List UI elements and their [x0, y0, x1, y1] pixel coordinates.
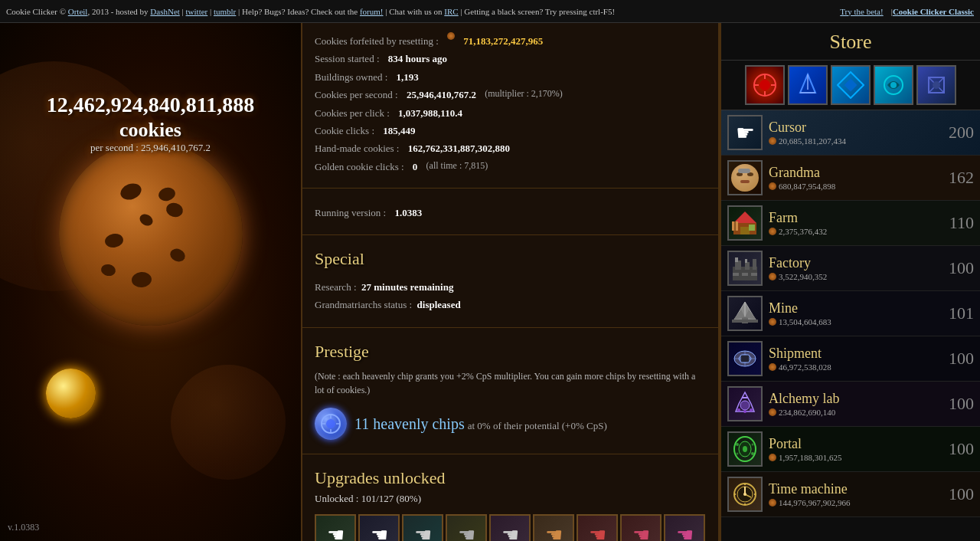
store-item-factory[interactable]: Factory 3,522,940,352 100 — [721, 246, 980, 291]
farm-cost: 2,375,376,432 — [769, 227, 943, 236]
clicks-label: Cookie clicks : — [315, 122, 374, 139]
store-icon-btn-4[interactable] — [874, 65, 913, 105]
timemachine-cost: 144,976,967,902,966 — [769, 498, 943, 507]
store-item-farm[interactable]: Farm 2,375,376,432 110 — [721, 201, 980, 246]
cursor-info: Cursor 20,685,181,207,434 — [769, 120, 943, 146]
store-item-cursor[interactable]: ☛ Cursor 20,685,181,207,434 200 — [721, 110, 980, 156]
per-second-label: per second : — [90, 142, 139, 153]
heavenly-icon — [315, 408, 347, 440]
upgrade-item[interactable]: ☚ — [446, 514, 487, 541]
grandmatriarchs-row: Grandmatriarchs status : displeased — [315, 296, 706, 313]
alchemy-name: Alchemy lab — [769, 391, 943, 408]
multiplier-value: 2,170% — [531, 88, 560, 99]
upgrade-item[interactable]: ☚ — [577, 514, 618, 541]
cost-cookie-icon — [769, 454, 776, 461]
classic-link[interactable]: Cookie Clicker Classic — [893, 7, 974, 16]
upgrade-item[interactable]: ☚ — [315, 514, 356, 541]
farm-icon — [730, 208, 760, 238]
unlocked-count: Unlocked : 101/127 (80%) — [302, 491, 718, 511]
svg-point-57 — [743, 446, 747, 452]
divider — [302, 188, 718, 189]
upgrade-item[interactable]: ☚ — [664, 514, 705, 541]
portal-store-icon — [727, 431, 763, 467]
store-icon-btn-3[interactable] — [831, 65, 871, 105]
cps-value: 25,946,410,767.2 — [407, 86, 476, 103]
twitter-link[interactable]: twitter — [186, 7, 208, 16]
svg-rect-28 — [749, 225, 755, 231]
factory-count: 100 — [943, 258, 974, 278]
svg-rect-40 — [732, 320, 758, 323]
store-item-shipment[interactable]: Shipment 46,972,538,028 100 — [721, 336, 980, 382]
cookies-label: cookies — [0, 118, 301, 142]
research-label: Research : — [315, 281, 357, 293]
cost-cookie-icon — [769, 318, 776, 326]
upgrade-item[interactable]: ☚ — [489, 514, 531, 541]
cookie-number: 12,462,924,840,811,888 — [0, 92, 301, 118]
prestige-note: (Note : each heavenly chip grants you +2… — [302, 366, 718, 403]
version-section: Running version : 1.0383 — [302, 195, 718, 228]
store-icons-row — [721, 61, 980, 110]
middle-panel[interactable]: Cookies forfeited by resetting : 71,183,… — [301, 23, 720, 541]
store-item-portal[interactable]: Portal 1,957,188,301,625 100 — [721, 427, 980, 472]
big-cookie[interactable] — [59, 142, 243, 326]
shipment-icon — [730, 343, 760, 374]
stats-section: Cookies forfeited by resetting : 71,183,… — [302, 23, 718, 182]
timemachine-info: Time machine 144,976,967,902,966 — [769, 481, 943, 507]
portal-icon — [730, 434, 760, 464]
heavenly-chips-row: 11 heavenly chips at 0% of their potenti… — [302, 403, 718, 448]
grandmatriarchs-label: Grandmatriarchs status : — [315, 299, 412, 310]
alchemy-info: Alchemy lab 234,862,690,140 — [769, 391, 943, 417]
mine-info: Mine 13,504,604,683 — [769, 300, 943, 326]
upgrade-item[interactable]: ☚ — [402, 514, 443, 541]
store-item-grandma[interactable]: Grandma 680,847,954,898 162 — [721, 156, 980, 201]
factory-icon — [730, 253, 760, 284]
timemachine-store-icon — [727, 477, 763, 512]
forum-link[interactable]: forum! — [360, 7, 384, 16]
store-icon-btn-5[interactable] — [916, 65, 956, 105]
cookie-image[interactable] — [59, 142, 243, 326]
portal-cost-value: 1,957,188,301,625 — [779, 453, 842, 462]
store-item-alchemy[interactable]: Alchemy lab 234,862,690,140 100 — [721, 382, 980, 427]
svg-rect-36 — [735, 257, 738, 262]
svg-point-53 — [750, 408, 753, 411]
cursor-store-icon: ☛ — [727, 115, 763, 150]
version-row: Running version : 1.0383 — [315, 204, 706, 221]
heavenly-chips-text: 11 heavenly chips at 0% of their potenti… — [354, 415, 607, 433]
session-value: 834 hours ago — [388, 50, 447, 67]
beta-link[interactable]: Try the beta! — [840, 7, 883, 16]
svg-rect-16 — [844, 79, 858, 92]
heavenly-svg — [319, 412, 342, 435]
dashnet-link[interactable]: DashNet — [150, 7, 180, 16]
irc-link[interactable]: IRC — [444, 7, 458, 16]
cpc-label: Cookies per click : — [315, 104, 390, 122]
per-second-value: 25,946,410,767.2 — [141, 142, 211, 153]
mine-count: 101 — [943, 303, 974, 323]
svg-point-7 — [760, 80, 770, 90]
store-item-mine[interactable]: Mine 13,504,604,683 101 — [721, 291, 980, 336]
store-icon-btn-1[interactable] — [745, 65, 785, 105]
left-panel: 12,462,924,840,811,888 cookies per secon… — [0, 23, 301, 541]
topbar-text: Cookie Clicker © Orteil, 2013 - hosted b… — [6, 7, 615, 16]
chip — [157, 185, 177, 202]
upgrade-item[interactable]: ☚ — [358, 514, 400, 541]
tumblr-link[interactable]: tumblr — [214, 7, 236, 16]
store-item-timemachine[interactable]: Time machine 144,976,967,902,966 100 — [721, 472, 980, 517]
per-second-display: per second : 25,946,410,767.2 — [0, 142, 301, 154]
golden-cookie[interactable] — [46, 369, 96, 418]
chip — [118, 181, 143, 202]
upgrade-item[interactable]: ☚ — [620, 514, 662, 541]
store-btn-svg4 — [880, 71, 907, 99]
session-row: Session started : 834 hours ago — [315, 50, 706, 67]
chip — [137, 211, 155, 228]
mine-icon — [730, 298, 760, 329]
upgrade-item[interactable]: ☚ — [533, 514, 574, 541]
special-section: Research : 27 minutes remaining Grandmat… — [302, 274, 718, 322]
factory-cost: 3,522,940,352 — [769, 272, 943, 281]
orteil-link[interactable]: Orteil — [68, 7, 88, 16]
portal-name: Portal — [769, 436, 943, 453]
bg-decoration — [171, 365, 286, 480]
mine-store-icon — [727, 296, 763, 331]
store-icon-btn-2[interactable] — [788, 65, 828, 105]
timemachine-count: 100 — [943, 484, 974, 504]
handmade-value: 162,762,331,887,302,880 — [408, 139, 510, 157]
